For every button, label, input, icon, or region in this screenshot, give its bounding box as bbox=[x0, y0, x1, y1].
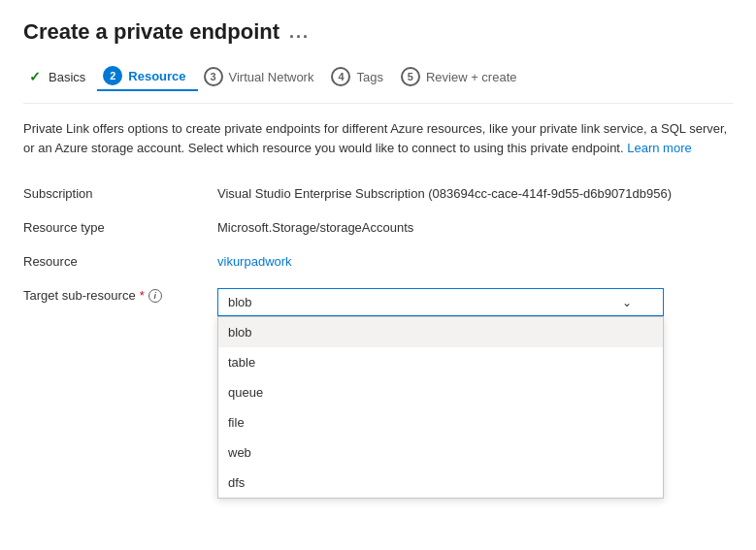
dropdown-option-blob[interactable]: blob bbox=[218, 317, 663, 347]
subscription-value: Visual Studio Enterprise Subscription (0… bbox=[217, 177, 733, 210]
target-sub-resource-label: Target sub-resource bbox=[23, 288, 136, 303]
page-title: Create a private endpoint bbox=[23, 19, 279, 45]
dropdown-trigger[interactable]: blob ⌄ bbox=[217, 288, 664, 316]
resource-type-row: Resource type Microsoft.Storage/storageA… bbox=[23, 210, 733, 244]
step-review-create[interactable]: 5 Review + create bbox=[395, 63, 529, 90]
step-resource-circle: 2 bbox=[103, 66, 122, 85]
page-title-dots: ... bbox=[289, 22, 310, 43]
step-review-label: Review + create bbox=[426, 70, 517, 84]
learn-more-link[interactable]: Learn more bbox=[627, 141, 691, 155]
wizard-steps: ✓ Basics 2 Resource 3 Virtual Network 4 … bbox=[23, 62, 733, 104]
target-sub-resource-row: Target sub-resource * i blob ⌄ blob tabl… bbox=[23, 278, 733, 326]
target-sub-resource-label-cell: Target sub-resource * i bbox=[23, 278, 217, 326]
subscription-row: Subscription Visual Studio Enterprise Su… bbox=[23, 177, 733, 210]
step-tags-circle: 4 bbox=[331, 67, 350, 86]
step-resource[interactable]: 2 Resource bbox=[97, 62, 197, 91]
resource-form: Subscription Visual Studio Enterprise Su… bbox=[23, 177, 733, 326]
step-tags[interactable]: 4 Tags bbox=[325, 63, 394, 90]
dropdown-option-web[interactable]: web bbox=[218, 437, 663, 468]
step-review-circle: 5 bbox=[401, 67, 420, 86]
dropdown-menu: blob table queue file web dfs bbox=[217, 316, 664, 499]
resource-type-label: Resource type bbox=[23, 210, 217, 244]
step-basics[interactable]: ✓ Basics bbox=[23, 65, 97, 88]
dropdown-option-file[interactable]: file bbox=[218, 407, 663, 437]
subscription-label: Subscription bbox=[23, 177, 217, 210]
resource-row: Resource vikurpadwork bbox=[23, 244, 733, 278]
chevron-down-icon: ⌄ bbox=[622, 296, 632, 309]
step-virtual-network[interactable]: 3 Virtual Network bbox=[198, 63, 326, 90]
target-sub-resource-field: blob ⌄ blob table queue file web dfs bbox=[217, 278, 733, 326]
dropdown-option-dfs[interactable]: dfs bbox=[218, 468, 663, 498]
step-resource-label: Resource bbox=[128, 69, 185, 83]
step-vnet-circle: 3 bbox=[204, 67, 223, 86]
target-sub-resource-dropdown[interactable]: blob ⌄ blob table queue file web dfs bbox=[217, 288, 664, 316]
info-description: Private Link offers options to create pr… bbox=[23, 119, 733, 157]
resource-label: Resource bbox=[23, 244, 217, 278]
step-virtual-network-label: Virtual Network bbox=[229, 70, 314, 84]
check-icon: ✓ bbox=[29, 69, 41, 84]
step-basics-label: Basics bbox=[49, 70, 85, 84]
step-tags-label: Tags bbox=[356, 70, 382, 84]
info-text-content: Private Link offers options to create pr… bbox=[23, 121, 727, 155]
dropdown-option-table[interactable]: table bbox=[218, 347, 663, 377]
dropdown-option-queue[interactable]: queue bbox=[218, 377, 663, 407]
dropdown-selected-value: blob bbox=[228, 295, 252, 309]
resource-value[interactable]: vikurpadwork bbox=[217, 254, 292, 269]
required-indicator: * bbox=[140, 288, 145, 303]
resource-type-value: Microsoft.Storage/storageAccounts bbox=[217, 210, 733, 244]
info-icon: i bbox=[148, 289, 162, 303]
page-header: Create a private endpoint ... bbox=[23, 19, 733, 45]
